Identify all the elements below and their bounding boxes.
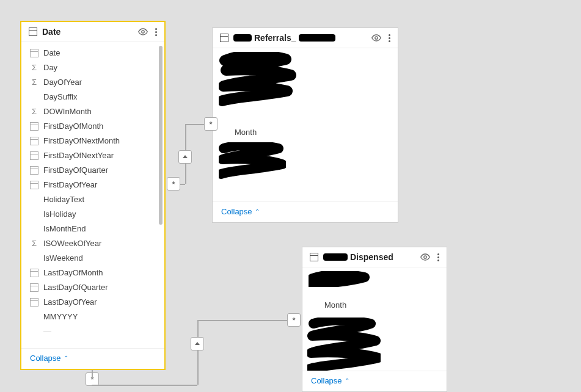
sigma-icon: Σ: [30, 78, 38, 87]
calendar-icon: [30, 151, 38, 160]
sigma-icon: Σ: [30, 64, 38, 72]
field-row[interactable]: IsWeekend: [21, 251, 164, 266]
table-card-referrals[interactable]: Referrals_ Month Collapse ⌃: [212, 27, 398, 223]
calendar-icon: [30, 49, 38, 57]
collapse-label: Collapse: [221, 207, 252, 216]
calendar-icon: [30, 269, 38, 277]
relationship-line[interactable]: [92, 385, 197, 386]
kebab-icon[interactable]: [153, 28, 158, 36]
cardinality-many-icon[interactable]: *: [204, 117, 217, 131]
field-row[interactable]: HolidayText: [21, 192, 164, 207]
field-row[interactable]: —: [21, 324, 164, 339]
field-row[interactable]: Date: [21, 46, 164, 60]
relationship-line[interactable]: [185, 124, 186, 150]
relationship-line[interactable]: [180, 184, 185, 185]
svg-point-1: [375, 37, 378, 39]
field-row[interactable]: FirstDayOfMonth: [21, 119, 164, 134]
filter-direction-icon[interactable]: [178, 150, 192, 164]
visibility-icon[interactable]: [420, 253, 431, 261]
redacted-text: [323, 253, 348, 261]
redaction-scribble: [307, 318, 381, 371]
field-row[interactable]: FirstDayOfYear: [21, 178, 164, 192]
svg-point-0: [142, 31, 144, 33]
field-row[interactable]: ΣDayOfYear: [21, 75, 164, 90]
scrollbar-thumb[interactable]: [159, 46, 163, 225]
field-row[interactable]: FirstDayOfNextMonth: [21, 134, 164, 148]
field-row[interactable]: FirstDayOfNextYear: [21, 148, 164, 163]
calendar-icon: [30, 181, 38, 189]
field-row[interactable]: FirstDayOfQuarter: [21, 163, 164, 178]
field-label: HolidayText: [43, 194, 84, 205]
collapse-label: Collapse: [30, 354, 61, 363]
table-card-dispensed[interactable]: Dispensed Month Collapse ⌃: [302, 247, 447, 392]
table-icon: [220, 34, 228, 42]
redaction-scribble: [219, 142, 286, 179]
field-row[interactable]: MMYYYY: [21, 310, 164, 324]
table-icon: [310, 253, 318, 261]
relationship-line[interactable]: [185, 164, 186, 184]
table-body-dispensed: Month: [302, 267, 447, 371]
cardinality-many-icon[interactable]: *: [287, 313, 301, 327]
collapse-button[interactable]: Collapse ⌃: [221, 207, 260, 216]
field-label: FirstDayOfNextYear: [43, 150, 114, 161]
field-row[interactable]: LastDayOfYear: [21, 295, 164, 310]
redaction-scribble: [309, 271, 370, 287]
visibility-icon[interactable]: [371, 34, 382, 42]
field-label: MMYYYY: [43, 311, 78, 322]
field-row[interactable]: Month: [213, 125, 398, 140]
visibility-icon[interactable]: [137, 28, 148, 35]
table-header-dispensed: Dispensed: [302, 247, 447, 267]
relationship-line[interactable]: [197, 320, 199, 337]
table-title: Date: [42, 27, 133, 37]
table-body-referrals: Month: [213, 48, 398, 201]
collapse-label: Collapse: [311, 376, 342, 385]
collapse-button[interactable]: Collapse ⌃: [311, 376, 349, 385]
field-row[interactable]: ΣISOWeekOfYear: [21, 236, 164, 251]
title-text: Dispensed: [350, 252, 393, 262]
relationship-line[interactable]: [197, 350, 199, 385]
table-header-date: Date: [21, 22, 164, 42]
blank-icon: [30, 313, 38, 321]
filter-direction-icon[interactable]: [191, 337, 204, 350]
field-row[interactable]: DaySuffix: [21, 90, 164, 104]
relationship-line[interactable]: [92, 370, 93, 379]
field-label: ISOWeekOfYear: [43, 238, 101, 249]
scrollbar[interactable]: [159, 46, 163, 344]
blank-icon: [221, 128, 230, 137]
table-body-date: Date ΣDay ΣDayOfYear DaySuffix ΣDOWInMon…: [21, 42, 164, 348]
sigma-icon: Σ: [30, 107, 38, 116]
redacted-text: [299, 34, 335, 42]
relationship-line[interactable]: [197, 320, 287, 321]
table-card-date[interactable]: Date Date ΣDay ΣDayOfYear DaySuffix ΣDOW…: [20, 21, 166, 370]
table-footer: Collapse ⌃: [21, 348, 164, 369]
collapse-button[interactable]: Collapse ⌃: [30, 354, 68, 363]
blank-icon: [30, 210, 38, 219]
field-row[interactable]: Month: [302, 298, 447, 313]
calendar-icon: [30, 283, 38, 292]
kebab-icon[interactable]: [387, 34, 392, 42]
field-row[interactable]: ΣDOWInMonth: [21, 104, 164, 119]
field-label: LastDayOfYear: [43, 297, 97, 308]
chevron-up-icon: ⌃: [64, 355, 68, 361]
field-row[interactable]: IsMonthEnd: [21, 222, 164, 236]
calendar-icon: [30, 298, 38, 307]
field-label: Date: [43, 48, 60, 59]
field-label: FirstDayOfQuarter: [43, 165, 108, 176]
field-label: FirstDayOfNextMonth: [43, 136, 120, 147]
blank-icon: [30, 254, 38, 263]
cardinality-many-icon[interactable]: *: [167, 177, 180, 191]
field-row[interactable]: LastDayOfQuarter: [21, 280, 164, 295]
table-icon: [29, 27, 37, 36]
field-label: IsHoliday: [43, 209, 76, 220]
field-row[interactable]: ΣDay: [21, 60, 164, 75]
field-label: Month: [324, 300, 346, 311]
kebab-icon[interactable]: [436, 253, 440, 261]
redaction-scribble: [219, 52, 298, 107]
relationship-line[interactable]: [185, 124, 204, 125]
table-title: Referrals_: [233, 33, 366, 43]
table-header-referrals: Referrals_: [213, 28, 398, 48]
field-label: LastDayOfQuarter: [43, 282, 108, 293]
field-row[interactable]: IsHoliday: [21, 207, 164, 222]
field-row[interactable]: LastDayOfMonth: [21, 266, 164, 280]
field-label: Day: [43, 62, 57, 73]
